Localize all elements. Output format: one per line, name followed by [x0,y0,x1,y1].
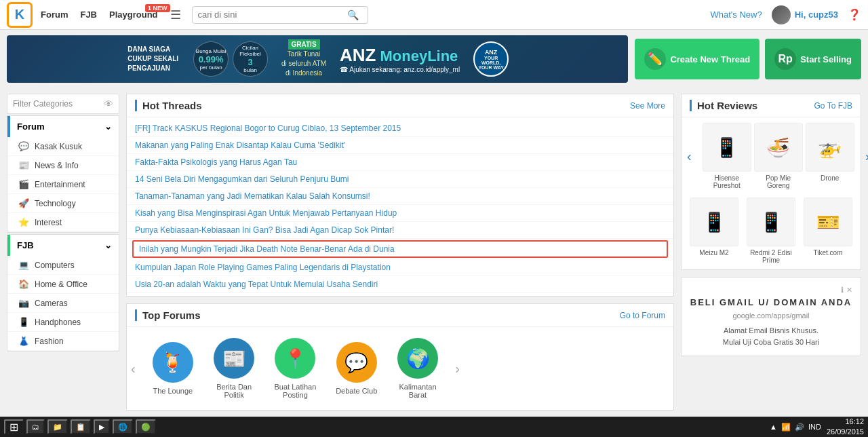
reviews-row2: 📱 Meizu M2 📱 Redmi 2 Edisi Prime 🎫 Tiket… [682,195,861,269]
tiket-image: 🎫 [804,197,852,246]
thread-item[interactable]: Kisah yang Bisa Menginspirasi Agan Untuk… [127,205,673,222]
sidebar-item-kasak-kusuk[interactable]: 💬 Kasak Kusuk [7,137,119,156]
forum-lounge[interactable]: 🍹 The Lounge [142,338,203,399]
review-hisense[interactable]: 📱 Hisense Pureshot [703,123,751,189]
thread-item[interactable]: Usia 20-an adalah Waktu yang Tepat Untuk… [127,276,673,293]
forum-section: Forum ⌄ 💬 Kasak Kusuk 📰 News & Info 🎬 En… [7,115,119,233]
main-layout: Filter Categories 👁 Forum ⌄ 💬 Kasak Kusu… [0,88,868,416]
search-input[interactable] [198,10,347,20]
anz-sub-text: ☎ Ajukan sekarang: anz.co.id/apply_ml [340,66,460,73]
popmie-image: 🍜 [754,123,803,172]
nav-right: What's New? Hi, cupz53 ❓ [711,5,861,24]
thread-item[interactable]: Kumpulan Japan Role Playing Games Paling… [127,259,673,276]
whats-new-link[interactable]: What's New? [711,10,762,20]
start-selling-button[interactable]: Rp Start Selling [765,39,861,79]
ad-title: BELI GMAIL U/ DOMAIN ANDA [690,297,852,307]
review-drone[interactable]: 🚁 Drone [806,123,854,189]
newspaper-icon: 📰 [18,160,29,170]
sidebar-item-handphones[interactable]: 📱 Handphones [7,313,119,332]
thread-item[interactable]: [FR] Track KASKUS Regional Bogor to Curu… [127,120,673,137]
film-icon: 🎬 [18,179,29,189]
avatar [772,5,791,24]
forum-debate[interactable]: 💬 Debate Club [326,338,387,399]
anz-circle: ANZ YOUR WORLD, YOUR WAY [473,41,509,77]
thread-item[interactable]: Fakta-Fakta Psikologis yang Harus Agan T… [127,154,673,171]
filter-categories[interactable]: Filter Categories 👁 [7,94,119,114]
username-label[interactable]: Hi, cupz53 [795,10,838,20]
debate-icon: 💬 [336,342,377,383]
go-to-forum-link[interactable]: Go to Forum [620,311,665,320]
tiket-img-icon: 🎫 [816,211,840,233]
see-more-link[interactable]: See More [630,101,665,111]
search-bar: 🔍 [192,6,368,24]
ad-info-icon[interactable]: ℹ [841,286,844,294]
computer-icon: 💻 [18,260,29,270]
sidebar-item-news-info[interactable]: 📰 News & Info [7,156,119,175]
hot-threads-header: Hot Threads See More [127,94,673,117]
forums-grid: 🍹 The Lounge 📰 Berita Dan Politik 📍 Buat… [140,327,451,410]
lounge-icon: 🍹 [153,342,193,383]
center-content: Hot Threads See More [FR] Track KASKUS R… [126,94,674,411]
drone-img-icon: 🚁 [818,136,842,159]
thread-item[interactable]: 14 Seni Bela Diri Mengagumkan dari Selur… [127,171,673,188]
create-thread-button[interactable]: ✏️ Create New Thread [635,39,760,79]
meizu-img-icon: 📱 [703,211,726,233]
new-badge: 1 NEW [145,4,170,12]
site-logo[interactable]: K [7,2,33,28]
hot-threads-box: Hot Threads See More [FR] Track KASKUS R… [126,94,674,297]
sidebar-item-fashion[interactable]: 👗 Fashion [7,332,119,351]
go-fjb-link[interactable]: Go To FJB [814,101,852,111]
redmi-img-icon: 📱 [760,211,783,233]
forum-latihan[interactable]: 📍 Buat Latihan Posting [264,334,326,403]
thread-item[interactable]: Tanaman-Tanaman yang Jadi Mematikan Kala… [127,188,673,205]
avatar-image [772,5,791,24]
review-tiket[interactable]: 🎫 Tiket.com [801,197,855,264]
prev-forum-arrow[interactable]: ‹ [127,361,140,377]
forum-section-header[interactable]: Forum ⌄ [7,116,119,137]
next-review-arrow[interactable]: › [865,149,868,164]
search-icon[interactable]: 🔍 [347,10,359,20]
top-forums-section: Top Forums Go to Forum ‹ 🍹 The Lounge 📰 … [126,303,674,411]
anz-brand-logo: ANZ YOUR WORLD, YOUR WAY [467,37,515,81]
chat-icon: 💬 [18,141,29,151]
banner-image[interactable]: DANA SIAGACUKUP SEKALIPENGAJUAN Bunga Mu… [7,35,628,83]
sidebar: Filter Categories 👁 Forum ⌄ 💬 Kasak Kusu… [7,94,119,411]
fjb-nav-link[interactable]: FJB [80,10,97,20]
playground-nav-wrap: Playground 1 NEW [109,10,158,20]
sidebar-item-computers[interactable]: 💻 Computers [7,256,119,275]
review-redmi[interactable]: 📱 Redmi 2 Edisi Prime [744,197,798,264]
review-popmie[interactable]: 🍜 Pop Mie Goreng [754,123,803,189]
sidebar-item-entertainment[interactable]: 🎬 Entertainment [7,175,119,194]
help-icon[interactable]: ❓ [848,8,861,21]
action-buttons: ✏️ Create New Thread Rp Start Selling [635,39,861,79]
banner-circles: Bunga Mulai 0.99% per bulan Cicilan Flek… [186,41,275,77]
reviews-nav-row: ‹ 📱 Hisense Pureshot 🍜 Pop Mie Goreng [682,117,861,195]
sidebar-item-cameras[interactable]: 📷 Cameras [7,294,119,313]
thread-item[interactable]: Makanan yang Paling Enak Disantap Kalau … [127,137,673,154]
camera-icon: 📷 [18,298,29,308]
meizu-image: 📱 [690,197,738,246]
forum-berita[interactable]: 📰 Berita Dan Politik [203,334,264,403]
sidebar-item-interest[interactable]: ⭐ Interest [7,213,119,232]
forum-kalimantan[interactable]: 🌍 Kalimantan Barat [387,334,448,403]
hisense-img-icon: 📱 [715,136,738,159]
fjb-section-header[interactable]: FJB ⌄ [7,235,119,256]
prev-review-arrow[interactable]: ‹ [687,149,692,164]
star-icon: ⭐ [18,217,29,227]
banner-left-text: DANA SIAGACUKUP SEKALIPENGAJUAN [119,39,186,79]
review-meizu[interactable]: 📱 Meizu M2 [687,197,741,264]
banner-dana-text: DANA SIAGACUKUP SEKALIPENGAJUAN [127,45,178,73]
rp-icon: Rp [774,48,796,70]
sidebar-item-home-office[interactable]: 🏠 Home & Office [7,275,119,294]
news-icon: 📰 [214,338,254,379]
next-forum-arrow[interactable]: › [451,361,464,377]
forum-nav-link[interactable]: Forum [41,10,68,20]
ad-close-icon[interactable]: ✕ [846,286,852,294]
ad-text: Alamat Email Bisnis Khusus. Mulai Uji Co… [690,325,852,347]
thread-item-highlighted[interactable]: Inilah yang Mungkin Terjadi Jika Death N… [132,240,668,258]
user-area: Hi, cupz53 [772,5,838,24]
right-panel: Hot Reviews Go To FJB ‹ 📱 Hisense Puresh… [681,94,861,411]
thread-item[interactable]: Punya Kebiasaan-Kebiasaan Ini Gan? Bisa … [127,222,673,239]
sidebar-item-technology[interactable]: 🚀 Technology [7,194,119,213]
reviews-row1: 📱 Hisense Pureshot 🍜 Pop Mie Goreng 🚁 [697,117,860,195]
